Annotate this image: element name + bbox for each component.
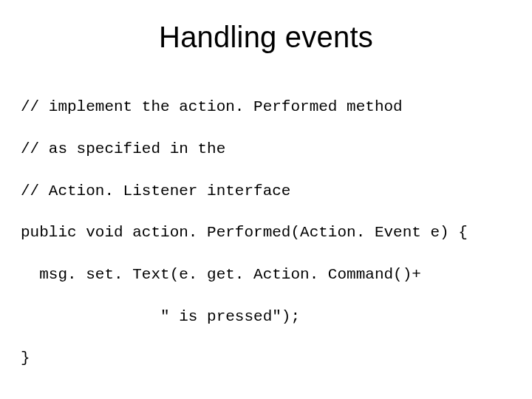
code-line: // as specified in the	[21, 139, 517, 160]
code-line: }	[21, 348, 517, 369]
code-line: msg. set. Text(e. get. Action. Command()…	[21, 265, 517, 285]
code-line: // implement the action. Performed metho…	[21, 97, 517, 117]
code-line: public void action. Performed(Action. Ev…	[21, 222, 517, 243]
code-block: // implement the action. Performed metho…	[21, 76, 517, 399]
code-line: " is pressed");	[21, 307, 517, 327]
code-line: // Action. Listener interface	[21, 181, 517, 202]
slide-title: Handling events	[0, 21, 532, 54]
slide: Handling events // implement the action.…	[0, 21, 532, 399]
